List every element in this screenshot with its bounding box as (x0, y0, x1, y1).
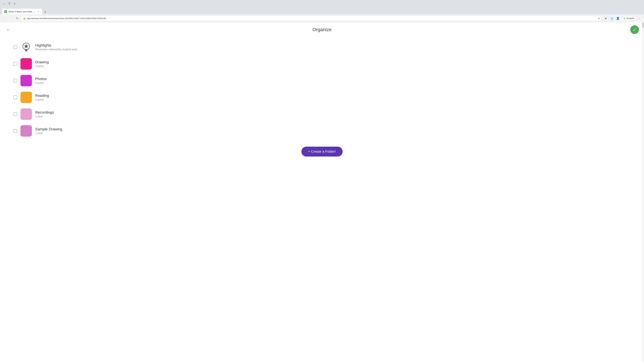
minimize-button[interactable]: — (2, 2, 6, 5)
toolbar-actions: ★ ◫ 👤 🃏 Incognito ⋮ (603, 15, 642, 21)
drawing-subtitle: 4 posts (35, 65, 49, 68)
svg-rect-2 (25, 49, 28, 50)
svg-rect-3 (25, 50, 27, 51)
highlights-name: Highlights (35, 43, 78, 48)
active-tab[interactable]: S Select Folders and Skills - Sees... × (2, 9, 42, 14)
profile-button[interactable]: 👤 (615, 15, 620, 21)
list-item[interactable]: Photos 0 posts (14, 72, 630, 89)
back-nav-button[interactable]: ← (2, 15, 7, 21)
browser-tabs: S Select Folders and Skills - Sees... × … (0, 7, 644, 14)
confirm-button[interactable]: ✓ (630, 25, 639, 34)
photos-checkbox[interactable] (14, 79, 17, 82)
incognito-badge[interactable]: 🃏 Incognito (621, 16, 636, 20)
recordings-info: Recordings 1 post (35, 110, 54, 118)
svg-rect-4 (25, 51, 27, 51)
scrollbar[interactable] (642, 22, 644, 362)
sample-drawing-folder-icon (20, 125, 32, 137)
reading-name: Reading (35, 93, 49, 98)
sample-drawing-checkbox[interactable] (14, 129, 17, 133)
page-title: Organize (312, 27, 332, 32)
new-tab-button[interactable]: + (43, 10, 48, 14)
drawing-info: Drawing 4 posts (35, 60, 49, 68)
reading-subtitle: 0 posts (35, 98, 49, 101)
photos-folder-icon (20, 75, 32, 86)
svg-marker-1 (24, 44, 28, 48)
extensions-button[interactable]: ◫ (609, 15, 614, 21)
photos-info: Photos 0 posts (35, 77, 47, 84)
top-bar: ← Organize ✓ (0, 22, 644, 37)
reading-info: Reading 0 posts (35, 93, 49, 101)
browser-toolbar: ← → ↻ 🔒 ★ ★ ◫ 👤 🃏 Incognito ⋮ (0, 14, 644, 22)
highlights-info: Highlights Showcase noteworthy student w… (35, 43, 78, 51)
tab-close-button[interactable]: × (37, 10, 40, 13)
back-button[interactable]: ← (5, 26, 12, 33)
reading-folder-icon (20, 92, 32, 103)
incognito-label: Incognito (626, 17, 634, 19)
recordings-checkbox[interactable] (14, 112, 17, 116)
list-item[interactable]: Drawing 4 posts (14, 55, 630, 72)
sample-drawing-subtitle: 1 post (35, 132, 62, 135)
drawing-checkbox[interactable] (14, 62, 17, 66)
address-bar[interactable]: 🔒 ★ (21, 15, 602, 21)
highlights-subtitle: Showcase noteworthy student work (35, 48, 78, 51)
more-button[interactable]: ⋮ (637, 15, 642, 21)
star-button[interactable]: ★ (603, 15, 608, 21)
browser-titlebar: — ❐ ✕ (0, 0, 644, 7)
bookmark-icon: ★ (598, 17, 600, 19)
photos-name: Photos (35, 77, 47, 81)
page-content: ← Organize ✓ Highlights Showcase notewor… (0, 22, 644, 362)
list-item[interactable]: Reading 0 posts (14, 89, 630, 106)
list-item[interactable]: Sample Drawing 1 post (14, 122, 630, 139)
create-folder-button[interactable]: + Create a Folder! (301, 147, 342, 157)
drawing-name: Drawing (35, 60, 49, 64)
tab-favicon: S (4, 10, 7, 13)
lock-icon: 🔒 (23, 17, 26, 19)
list-item[interactable]: Recordings 1 post (14, 106, 630, 122)
refresh-button[interactable]: ↻ (14, 15, 20, 21)
sample-drawing-name: Sample Drawing (35, 127, 62, 131)
recordings-subtitle: 1 post (35, 115, 54, 118)
incognito-icon: 🃏 (623, 17, 626, 19)
recordings-folder-icon (20, 108, 32, 120)
forward-nav-button[interactable]: → (8, 15, 14, 21)
highlights-checkbox[interactable] (14, 45, 17, 49)
folder-list: Highlights Showcase noteworthy student w… (0, 37, 644, 143)
photos-subtitle: 0 posts (35, 81, 47, 84)
url-input[interactable] (27, 17, 596, 19)
highlights-icon (20, 41, 32, 53)
reading-checkbox[interactable] (14, 95, 17, 99)
close-button[interactable]: ✕ (13, 2, 16, 5)
list-item[interactable]: Highlights Showcase noteworthy student w… (14, 39, 630, 55)
window-controls: — ❐ ✕ (2, 2, 16, 5)
tab-title: Select Folders and Skills - Sees... (8, 10, 36, 13)
sample-drawing-info: Sample Drawing 1 post (35, 127, 62, 135)
restore-button[interactable]: ❐ (8, 2, 11, 5)
drawing-folder-icon (20, 58, 32, 69)
browser-chrome: — ❐ ✕ S Select Folders and Skills - Sees… (0, 0, 644, 22)
recordings-name: Recordings (35, 110, 54, 115)
